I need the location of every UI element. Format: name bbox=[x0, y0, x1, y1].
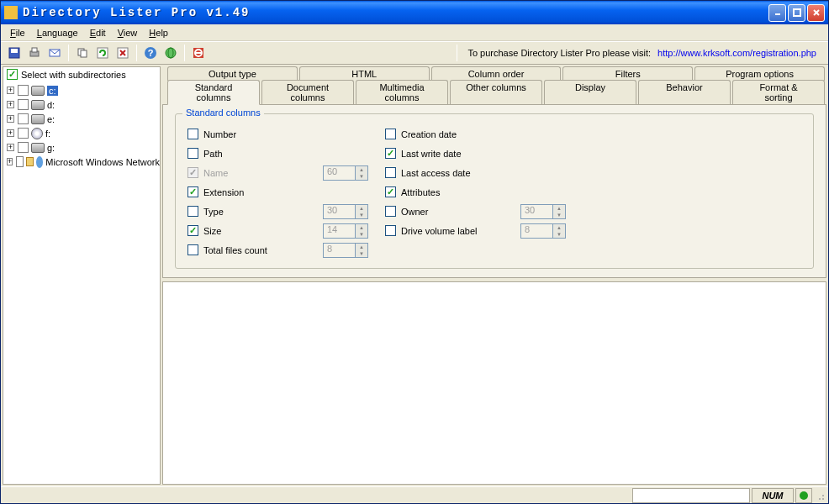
spinner-input[interactable]: 30 bbox=[323, 204, 356, 219]
expand-icon[interactable]: + bbox=[7, 115, 14, 123]
resize-grip[interactable] bbox=[814, 488, 827, 503]
spinner-up-icon[interactable]: ▲ bbox=[356, 224, 367, 231]
tree-checkbox[interactable] bbox=[18, 128, 29, 139]
print-icon[interactable] bbox=[25, 44, 44, 62]
checkbox-number[interactable] bbox=[187, 129, 198, 139]
checkbox-attributes[interactable] bbox=[385, 186, 396, 197]
tree-checkbox[interactable] bbox=[18, 99, 29, 110]
copy-icon[interactable] bbox=[73, 44, 92, 62]
directory-tree: Select with subdirectories +c:+d:+e:+f:+… bbox=[3, 66, 161, 485]
expand-icon[interactable]: + bbox=[7, 101, 14, 108]
globe-icon[interactable] bbox=[161, 44, 180, 62]
tab-filters[interactable]: Filters bbox=[562, 66, 693, 81]
spinner-total-files-count[interactable]: 8▲▼ bbox=[323, 243, 368, 258]
svg-point-23 bbox=[822, 495, 824, 496]
checkbox-extension[interactable] bbox=[187, 186, 198, 197]
expand-icon[interactable]: + bbox=[7, 158, 13, 165]
tree-item-label: g: bbox=[47, 143, 55, 153]
tree-checkbox[interactable] bbox=[18, 142, 29, 153]
spinner-down-icon[interactable]: ▼ bbox=[553, 231, 565, 238]
tab-output-type[interactable]: Output type bbox=[167, 66, 298, 81]
maximize-button[interactable] bbox=[788, 4, 805, 22]
tab-standard-columns[interactable]: Standard columns bbox=[167, 80, 260, 105]
menu-edit[interactable]: Edit bbox=[84, 26, 112, 39]
tab-column-order[interactable]: Column order bbox=[431, 66, 562, 81]
tree-row[interactable]: +e: bbox=[3, 112, 160, 126]
tree-header[interactable]: Select with subdirectories bbox=[3, 67, 160, 81]
spinner-down-icon[interactable]: ▼ bbox=[356, 231, 367, 238]
spinner-owner[interactable]: 30▲▼ bbox=[520, 204, 566, 219]
purchase-link[interactable]: http://www.krksoft.com/registration.php bbox=[657, 48, 825, 58]
tab-program-options[interactable]: Program options bbox=[694, 66, 825, 81]
tree-row[interactable]: +d: bbox=[3, 97, 160, 112]
checkbox-total-files-count[interactable] bbox=[187, 244, 198, 255]
spinner-input[interactable]: 60 bbox=[323, 165, 356, 181]
spinner-up-icon[interactable]: ▲ bbox=[356, 205, 367, 212]
expand-icon[interactable]: + bbox=[7, 144, 14, 151]
drive-icon bbox=[31, 100, 45, 110]
tab-document-columns[interactable]: Document columns bbox=[261, 80, 354, 104]
save-icon[interactable] bbox=[5, 44, 24, 62]
checkbox-last-write-date[interactable] bbox=[385, 148, 396, 159]
menu-file[interactable]: File bbox=[4, 26, 31, 39]
option-label: Number bbox=[203, 129, 236, 139]
tab-html[interactable]: HTML bbox=[299, 66, 430, 81]
menu-view[interactable]: View bbox=[112, 26, 144, 39]
tab-display[interactable]: Display bbox=[544, 80, 636, 104]
menu-language[interactable]: Language bbox=[31, 26, 84, 39]
spinner-name[interactable]: 60▲▼ bbox=[323, 165, 368, 181]
stop-icon[interactable] bbox=[189, 44, 208, 62]
checkbox-owner[interactable] bbox=[385, 206, 396, 217]
spinner-down-icon[interactable]: ▼ bbox=[356, 212, 367, 218]
spinner-input[interactable]: 14 bbox=[323, 223, 356, 239]
checkbox-type[interactable] bbox=[187, 206, 198, 217]
help-icon[interactable]: ? bbox=[141, 44, 160, 62]
tab-multimedia-columns[interactable]: Multimedia columns bbox=[356, 80, 448, 104]
spinner-input[interactable]: 8 bbox=[520, 223, 553, 239]
tree-row[interactable]: +g: bbox=[3, 140, 160, 155]
spinner-type[interactable]: 30▲▼ bbox=[323, 204, 368, 219]
checkbox-drive-volume-label[interactable] bbox=[385, 225, 396, 236]
spinner-input[interactable]: 30 bbox=[520, 204, 553, 219]
expand-icon[interactable]: + bbox=[7, 87, 14, 94]
purchase-label: To purchase Directory Lister Pro please … bbox=[461, 48, 657, 58]
mail-icon[interactable] bbox=[45, 44, 64, 62]
option-row: Last access date bbox=[385, 163, 583, 182]
spinner-up-icon[interactable]: ▲ bbox=[553, 205, 565, 212]
spinner-up-icon[interactable]: ▲ bbox=[356, 244, 367, 250]
option-row: Drive volume label8▲▼ bbox=[385, 221, 583, 240]
option-row: Path bbox=[187, 144, 385, 163]
checkbox-path[interactable] bbox=[187, 148, 198, 159]
status-input[interactable] bbox=[632, 488, 750, 503]
drive-icon bbox=[31, 114, 45, 124]
tree-header-label: Select with subdirectories bbox=[21, 70, 126, 80]
tree-row[interactable]: +f: bbox=[3, 126, 160, 140]
tree-row[interactable]: +Microsoft Windows Network bbox=[3, 155, 160, 169]
close-button[interactable] bbox=[807, 4, 825, 22]
option-row: Extension bbox=[187, 182, 385, 202]
menu-help[interactable]: Help bbox=[143, 26, 174, 39]
tab-other-columns[interactable]: Other columns bbox=[450, 80, 542, 104]
spinner-down-icon[interactable]: ▼ bbox=[356, 250, 367, 257]
tree-checkbox[interactable] bbox=[16, 156, 24, 167]
spinner-input[interactable]: 8 bbox=[323, 243, 356, 258]
tree-checkbox[interactable] bbox=[18, 113, 29, 124]
spinner-down-icon[interactable]: ▼ bbox=[356, 173, 367, 180]
tree-checkbox[interactable] bbox=[18, 85, 29, 96]
spinner-up-icon[interactable]: ▲ bbox=[553, 224, 565, 231]
checkbox-last-access-date[interactable] bbox=[385, 167, 396, 178]
spinner-drive-volume-label[interactable]: 8▲▼ bbox=[520, 223, 566, 239]
checkbox-size[interactable] bbox=[187, 225, 198, 236]
select-all-checkbox[interactable] bbox=[7, 69, 18, 80]
expand-icon[interactable]: + bbox=[7, 129, 14, 137]
checkbox-creation-date[interactable] bbox=[385, 129, 396, 139]
tab-format-sorting[interactable]: Format & sorting bbox=[732, 80, 825, 104]
spinner-up-icon[interactable]: ▲ bbox=[356, 166, 367, 173]
spinner-down-icon[interactable]: ▼ bbox=[553, 212, 565, 218]
tab-behavior[interactable]: Behavior bbox=[638, 80, 731, 104]
spinner-size[interactable]: 14▲▼ bbox=[323, 223, 368, 239]
refresh-icon[interactable] bbox=[93, 44, 112, 62]
minimize-button[interactable] bbox=[768, 4, 786, 22]
delete-icon[interactable] bbox=[114, 44, 132, 62]
tree-row[interactable]: +c: bbox=[3, 83, 160, 97]
